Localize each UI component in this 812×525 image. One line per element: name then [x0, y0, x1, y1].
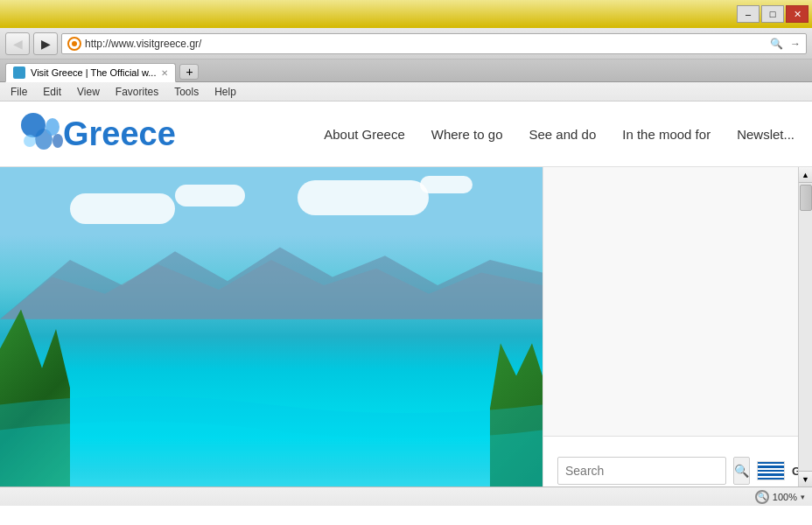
active-tab[interactable]: Visit Greece | The Official w... ✕ [5, 63, 176, 82]
logo-icon [18, 108, 70, 160]
svg-point-4 [24, 135, 36, 147]
cloud-2 [175, 185, 245, 206]
svg-point-0 [15, 68, 24, 77]
zoom-level: 100% [773, 492, 797, 502]
address-favicon [67, 37, 81, 51]
scrollbar[interactable]: ▲ ▼ [798, 167, 812, 486]
flag-stripe-9 [758, 478, 784, 480]
status-zoom: 🔍 100% ▾ [755, 490, 805, 504]
minimize-button[interactable]: – [737, 5, 760, 23]
menu-bar: File Edit View Favorites Tools Help [0, 82, 812, 102]
cloud-4 [420, 176, 472, 193]
new-tab-button[interactable]: + [179, 64, 199, 80]
svg-point-3 [46, 118, 60, 136]
title-bar: – □ ✕ [0, 0, 812, 28]
nav-see-and-do[interactable]: See and do [528, 127, 596, 142]
zoom-icon: 🔍 [755, 490, 769, 504]
nav-where-to-go[interactable]: Where to go [431, 127, 503, 142]
svg-point-5 [52, 134, 63, 148]
scroll-thumb[interactable] [800, 185, 812, 211]
nav-newsletter[interactable]: Newslet... [737, 127, 794, 142]
menu-tools[interactable]: Tools [167, 84, 206, 100]
maximize-button[interactable]: □ [761, 5, 784, 23]
nav-in-the-mood[interactable]: In the mood for [622, 127, 710, 142]
site-header: Greece About Greece Where to go See and … [0, 102, 812, 167]
tab-label: Visit Greece | The Official w... [31, 67, 156, 78]
menu-favorites[interactable]: Favorites [108, 84, 165, 100]
scroll-up-button[interactable]: ▲ [799, 167, 812, 183]
nav-bar: ◀ ▶ http://www.visitgreece.gr/ 🔍 → [0, 28, 812, 60]
address-text: http://www.visitgreece.gr/ [85, 38, 766, 50]
status-bar: 🔍 100% ▾ [0, 486, 812, 506]
hero-area [0, 167, 542, 506]
scroll-down-button[interactable]: ▼ [799, 471, 812, 486]
menu-view[interactable]: View [70, 84, 107, 100]
close-button[interactable]: ✕ [786, 5, 808, 23]
menu-file[interactable]: File [4, 84, 34, 100]
greece-flag[interactable] [757, 461, 785, 480]
address-go-button[interactable]: → [790, 38, 801, 50]
nav-about-greece[interactable]: About Greece [324, 127, 405, 142]
cloud-1 [70, 193, 175, 224]
search-icon: 🔍 [734, 464, 749, 478]
water-overlay [0, 337, 542, 507]
search-input[interactable] [557, 457, 726, 485]
menu-help[interactable]: Help [207, 84, 243, 100]
mountains-svg [0, 234, 542, 319]
back-button[interactable]: ◀ [5, 32, 30, 55]
address-bar[interactable]: http://www.visitgreece.gr/ 🔍 → [61, 33, 807, 54]
logo-area: Greece [18, 108, 176, 160]
cloud-3 [298, 180, 429, 215]
site-nav: About Greece Where to go See and do In t… [324, 127, 794, 142]
website-content: Greece About Greece Where to go See and … [0, 102, 812, 506]
forward-button[interactable]: ▶ [33, 32, 58, 55]
tab-favicon [13, 66, 25, 79]
address-search-icon[interactable]: 🔍 [770, 38, 783, 50]
zoom-dropdown-button[interactable]: ▾ [801, 493, 805, 501]
tabs-bar: Visit Greece | The Official w... ✕ + [0, 60, 812, 82]
scroll-track [799, 183, 812, 471]
hero-image [0, 167, 542, 506]
menu-edit[interactable]: Edit [36, 84, 68, 100]
tab-close-button[interactable]: ✕ [161, 68, 168, 78]
search-button[interactable]: 🔍 [733, 457, 750, 485]
window-controls: – □ ✕ [737, 5, 808, 23]
logo-text: Greece [63, 116, 176, 153]
